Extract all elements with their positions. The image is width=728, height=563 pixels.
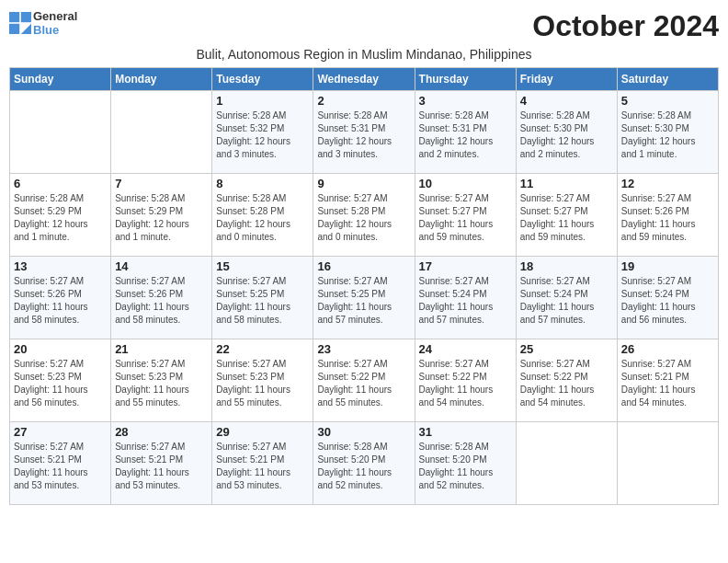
day-info: Sunrise: 5:27 AM Sunset: 5:21 PM Dayligh… [14,441,107,492]
day-number: 2 [317,94,410,108]
calendar-cell [10,91,111,174]
day-info: Sunrise: 5:28 AM Sunset: 5:30 PM Dayligh… [520,109,613,161]
day-number: 20 [14,342,107,356]
calendar-cell: 24Sunrise: 5:27 AM Sunset: 5:22 PM Dayli… [415,339,516,422]
day-number: 10 [419,177,512,190]
day-info: Sunrise: 5:27 AM Sunset: 5:27 PM Dayligh… [520,192,613,244]
day-info: Sunrise: 5:27 AM Sunset: 5:24 PM Dayligh… [520,275,613,327]
weekday-header: Wednesday [313,68,415,91]
day-number: 12 [621,177,714,190]
day-info: Sunrise: 5:27 AM Sunset: 5:26 PM Dayligh… [621,192,714,244]
day-info: Sunrise: 5:28 AM Sunset: 5:20 PM Dayligh… [317,441,410,492]
day-number: 15 [216,259,309,273]
day-info: Sunrise: 5:27 AM Sunset: 5:23 PM Dayligh… [14,358,107,409]
day-number: 8 [216,177,309,190]
calendar-cell: 23Sunrise: 5:27 AM Sunset: 5:22 PM Dayli… [313,339,415,422]
day-number: 25 [520,342,613,356]
calendar-cell: 6Sunrise: 5:28 AM Sunset: 5:29 PM Daylig… [10,174,111,257]
day-info: Sunrise: 5:27 AM Sunset: 5:23 PM Dayligh… [216,358,309,409]
day-number: 3 [419,94,512,108]
page-subtitle: Bulit, Autonomous Region in Muslim Minda… [9,47,719,62]
day-number: 5 [621,94,714,108]
calendar-cell: 3Sunrise: 5:28 AM Sunset: 5:31 PM Daylig… [415,91,516,174]
day-number: 19 [621,259,714,273]
day-info: Sunrise: 5:27 AM Sunset: 5:24 PM Dayligh… [419,275,512,327]
day-info: Sunrise: 5:27 AM Sunset: 5:21 PM Dayligh… [216,441,309,492]
calendar-cell: 13Sunrise: 5:27 AM Sunset: 5:26 PM Dayli… [10,257,111,339]
day-info: Sunrise: 5:28 AM Sunset: 5:20 PM Dayligh… [419,441,512,492]
day-number: 26 [621,342,714,356]
day-info: Sunrise: 5:27 AM Sunset: 5:25 PM Dayligh… [317,275,410,327]
calendar-cell: 14Sunrise: 5:27 AM Sunset: 5:26 PM Dayli… [111,257,212,339]
weekday-header: Tuesday [212,68,313,91]
calendar-cell: 26Sunrise: 5:27 AM Sunset: 5:21 PM Dayli… [617,339,718,422]
day-number: 6 [14,177,107,190]
day-info: Sunrise: 5:27 AM Sunset: 5:25 PM Dayligh… [216,275,309,327]
day-number: 21 [115,342,208,356]
calendar-cell: 11Sunrise: 5:27 AM Sunset: 5:27 PM Dayli… [516,174,617,257]
calendar-cell: 21Sunrise: 5:27 AM Sunset: 5:23 PM Dayli… [111,339,212,422]
day-info: Sunrise: 5:27 AM Sunset: 5:28 PM Dayligh… [317,192,410,244]
calendar-cell: 20Sunrise: 5:27 AM Sunset: 5:23 PM Dayli… [10,339,111,422]
day-info: Sunrise: 5:28 AM Sunset: 5:31 PM Dayligh… [317,109,410,161]
day-number: 11 [520,177,613,190]
day-number: 28 [115,425,208,439]
day-info: Sunrise: 5:27 AM Sunset: 5:21 PM Dayligh… [115,441,208,492]
day-number: 18 [520,259,613,273]
calendar-cell: 8Sunrise: 5:28 AM Sunset: 5:28 PM Daylig… [212,174,313,257]
calendar-cell: 29Sunrise: 5:27 AM Sunset: 5:21 PM Dayli… [212,422,313,505]
calendar-cell: 22Sunrise: 5:27 AM Sunset: 5:23 PM Dayli… [212,339,313,422]
calendar-cell: 2Sunrise: 5:28 AM Sunset: 5:31 PM Daylig… [313,91,415,174]
day-number: 22 [216,342,309,356]
calendar-cell: 15Sunrise: 5:27 AM Sunset: 5:25 PM Dayli… [212,257,313,339]
svg-rect-0 [9,12,19,22]
day-number: 14 [115,259,208,273]
day-number: 4 [520,94,613,108]
day-info: Sunrise: 5:28 AM Sunset: 5:32 PM Dayligh… [216,109,309,161]
day-number: 29 [216,425,309,439]
day-number: 9 [317,177,410,190]
day-number: 24 [419,342,512,356]
page-header: General Blue October 2024 [9,9,719,43]
day-info: Sunrise: 5:27 AM Sunset: 5:22 PM Dayligh… [419,358,512,409]
day-info: Sunrise: 5:27 AM Sunset: 5:22 PM Dayligh… [520,358,613,409]
svg-marker-3 [21,24,31,34]
day-number: 23 [317,342,410,356]
weekday-header: Thursday [415,68,516,91]
day-number: 31 [419,425,512,439]
calendar-cell: 27Sunrise: 5:27 AM Sunset: 5:21 PM Dayli… [10,422,111,505]
calendar-cell: 17Sunrise: 5:27 AM Sunset: 5:24 PM Dayli… [415,257,516,339]
calendar-cell: 7Sunrise: 5:28 AM Sunset: 5:29 PM Daylig… [111,174,212,257]
calendar-cell: 4Sunrise: 5:28 AM Sunset: 5:30 PM Daylig… [516,91,617,174]
day-number: 7 [115,177,208,190]
calendar-cell: 16Sunrise: 5:27 AM Sunset: 5:25 PM Dayli… [313,257,415,339]
day-info: Sunrise: 5:27 AM Sunset: 5:22 PM Dayligh… [317,358,410,409]
svg-rect-1 [21,12,31,22]
logo-blue-text: Blue [33,23,59,37]
calendar-cell: 9Sunrise: 5:27 AM Sunset: 5:28 PM Daylig… [313,174,415,257]
calendar-cell: 25Sunrise: 5:27 AM Sunset: 5:22 PM Dayli… [516,339,617,422]
calendar-cell: 12Sunrise: 5:27 AM Sunset: 5:26 PM Dayli… [617,174,718,257]
calendar-cell: 18Sunrise: 5:27 AM Sunset: 5:24 PM Dayli… [516,257,617,339]
calendar-cell: 5Sunrise: 5:28 AM Sunset: 5:30 PM Daylig… [617,91,718,174]
day-number: 16 [317,259,410,273]
day-info: Sunrise: 5:27 AM Sunset: 5:21 PM Dayligh… [621,358,714,409]
day-number: 27 [14,425,107,439]
calendar-table: SundayMondayTuesdayWednesdayThursdayFrid… [9,67,719,505]
day-info: Sunrise: 5:28 AM Sunset: 5:29 PM Dayligh… [14,192,107,244]
day-number: 30 [317,425,410,439]
calendar-cell: 19Sunrise: 5:27 AM Sunset: 5:24 PM Dayli… [617,257,718,339]
day-number: 17 [419,259,512,273]
calendar-cell [111,91,212,174]
day-info: Sunrise: 5:27 AM Sunset: 5:27 PM Dayligh… [419,192,512,244]
calendar-cell: 31Sunrise: 5:28 AM Sunset: 5:20 PM Dayli… [415,422,516,505]
day-info: Sunrise: 5:27 AM Sunset: 5:23 PM Dayligh… [115,358,208,409]
day-info: Sunrise: 5:28 AM Sunset: 5:30 PM Dayligh… [621,109,714,161]
calendar-cell: 10Sunrise: 5:27 AM Sunset: 5:27 PM Dayli… [415,174,516,257]
svg-rect-2 [9,24,19,34]
day-info: Sunrise: 5:28 AM Sunset: 5:28 PM Dayligh… [216,192,309,244]
weekday-header: Monday [111,68,212,91]
weekday-header: Saturday [617,68,718,91]
calendar-cell: 30Sunrise: 5:28 AM Sunset: 5:20 PM Dayli… [313,422,415,505]
day-number: 1 [216,94,309,108]
